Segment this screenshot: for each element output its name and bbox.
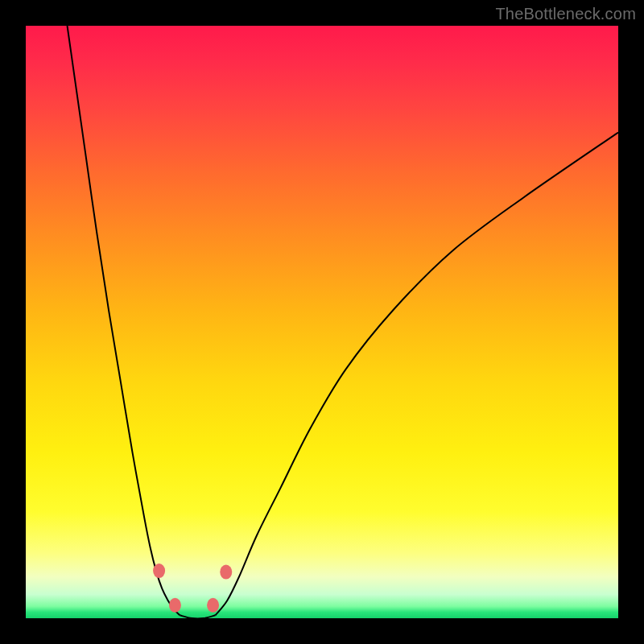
watermark-text: TheBottleneck.com xyxy=(495,5,636,23)
curve-layer xyxy=(26,26,618,618)
left-curve xyxy=(68,26,180,615)
marker-dot xyxy=(169,598,181,613)
marker-dot xyxy=(207,598,219,613)
valley-floor xyxy=(180,615,215,618)
plot-area xyxy=(26,26,618,618)
marker-dot xyxy=(220,565,232,580)
marker-dot xyxy=(153,564,165,578)
chart-frame: TheBottleneck.com xyxy=(0,0,644,644)
right-curve xyxy=(216,132,618,615)
